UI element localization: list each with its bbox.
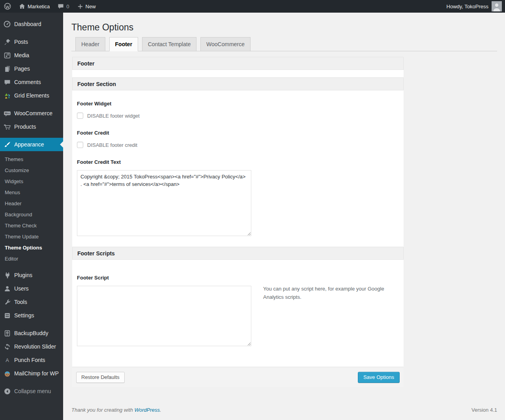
tab-header[interactable]: Header	[75, 37, 105, 51]
panel-title-bar: Footer	[72, 57, 404, 70]
sidebar-item-collapse-menu[interactable]: Collapse menu	[0, 384, 63, 398]
sidebar-item-posts[interactable]: Posts	[0, 35, 63, 49]
submenu-item-theme-update[interactable]: Theme Update	[0, 231, 63, 242]
submenu-item-theme-check[interactable]: Theme Check	[0, 220, 63, 231]
page-footer: Thank you for creating with WordPress. V…	[71, 407, 497, 413]
disable-footer-credit-label: DISABLE footer credit	[87, 142, 137, 148]
media-icon	[3, 51, 11, 59]
thanks-suffix: .	[160, 407, 161, 413]
wordpress-logo-icon	[4, 3, 11, 10]
tab-footer[interactable]: Footer	[109, 37, 138, 51]
submenu-item-theme-options[interactable]: Theme Options	[0, 242, 63, 253]
sidebar-item-tools[interactable]: Tools	[0, 295, 63, 309]
sidebar-item-appearance[interactable]: Appearance	[0, 138, 63, 151]
grid-elements-icon	[3, 92, 11, 99]
save-options-button[interactable]: Save Options	[358, 372, 400, 383]
comments-icon	[3, 78, 11, 86]
appearance-brush-icon	[3, 141, 11, 148]
submenu-item-editor[interactable]: Editor	[0, 253, 63, 264]
sidebar-item-label: WooCommerce	[14, 110, 52, 116]
site-link[interactable]: Marketica	[15, 0, 54, 13]
sidebar-item-backupbuddy[interactable]: BackupBuddy	[0, 326, 63, 340]
sidebar-item-label: Dashboard	[14, 21, 41, 27]
sidebar-item-dashboard[interactable]: Dashboard	[0, 17, 63, 31]
footer-script-row: You can put any script here, for example…	[72, 281, 404, 346]
refresh-arrows-icon	[3, 343, 11, 351]
dashboard-icon	[3, 20, 11, 28]
footer-section-title: Footer Section	[77, 81, 116, 87]
sidebar-item-label: Products	[14, 124, 36, 130]
page-title: Theme Options	[71, 22, 497, 33]
submenu-item-widgets[interactable]: Widgets	[0, 176, 63, 187]
wordpress-link[interactable]: WordPress	[135, 407, 160, 413]
sidebar-item-label: Punch Fonts	[14, 357, 45, 363]
svg-text:A: A	[6, 357, 9, 363]
sidebar-item-punch-fonts[interactable]: A Punch Fonts	[0, 353, 63, 367]
plugin-icon	[3, 271, 11, 279]
new-content-menu[interactable]: New	[73, 0, 100, 13]
panel-action-bar: Restore Defaults Save Options	[72, 367, 404, 387]
submenu-item-header[interactable]: Header	[0, 198, 63, 209]
disable-footer-widget-label: DISABLE footer widget	[87, 113, 140, 119]
sidebar-item-woocommerce[interactable]: Woo WooCommerce	[0, 107, 63, 120]
wordpress-menu[interactable]	[0, 0, 15, 13]
sidebar-item-label: Collapse menu	[14, 388, 51, 394]
sidebar-item-label: Revolution Slider	[14, 343, 56, 350]
tab-woocommerce[interactable]: WooCommerce	[200, 37, 251, 51]
footer-section-bar: Footer Section	[72, 77, 404, 90]
footer-widget-row: DISABLE footer widget	[77, 112, 399, 119]
admin-sidebar: Dashboard Posts Media Pages Comments Gri…	[0, 13, 63, 420]
footer-scripts-body: Footer Script You can put any script her…	[72, 260, 404, 367]
letter-a-icon: A	[3, 356, 11, 364]
sidebar-item-revolution-slider[interactable]: Revolution Slider	[0, 340, 63, 353]
active-menu-arrow	[60, 141, 63, 148]
footer-scripts-title: Footer Scripts	[77, 250, 115, 257]
sidebar-item-plugins[interactable]: Plugins	[0, 268, 63, 282]
sidebar-item-label: Users	[14, 285, 29, 292]
sidebar-item-grid-elements[interactable]: Grid Elements	[0, 89, 63, 102]
collapse-circle-icon	[3, 387, 11, 395]
tab-contact-template[interactable]: Contact Template	[142, 37, 197, 51]
sidebar-item-label: Posts	[14, 39, 28, 45]
submenu-item-background[interactable]: Background	[0, 209, 63, 220]
restore-defaults-button[interactable]: Restore Defaults	[76, 372, 125, 383]
footer-credit-text-label: Footer Credit Text	[72, 159, 404, 165]
woocommerce-icon: Woo	[3, 109, 11, 117]
sidebar-item-label: Comments	[14, 79, 41, 85]
admin-bar: Marketica 0 New Howdy, TokoPress	[0, 0, 505, 13]
footer-script-input[interactable]	[77, 286, 251, 346]
submenu-item-themes[interactable]: Themes	[0, 154, 63, 165]
panel-title: Footer	[77, 60, 95, 67]
plus-icon	[77, 4, 83, 9]
sidebar-item-settings[interactable]: Settings	[0, 309, 63, 322]
comments-shortcut[interactable]: 0	[54, 0, 73, 13]
footer-credit-text-input[interactable]: Copyright &copy; 2015 TokoPress<span><a …	[77, 170, 251, 236]
footer-script-help: You can put any script here, for example…	[263, 285, 385, 302]
sidebar-item-label: Appearance	[14, 141, 44, 148]
sidebar-item-media[interactable]: Media	[0, 49, 63, 62]
appearance-submenu: Themes Customize Widgets Menus Header Ba…	[0, 151, 63, 268]
submenu-item-menus[interactable]: Menus	[0, 187, 63, 198]
submenu-item-customize[interactable]: Customize	[0, 165, 63, 176]
sidebar-item-label: MailChimp for WP	[14, 370, 59, 377]
panel-spacer	[72, 70, 404, 77]
svg-text:Woo: Woo	[5, 112, 10, 114]
main-content: Theme Options Header Footer Contact Temp…	[63, 13, 505, 420]
sidebar-item-label: Pages	[14, 66, 30, 72]
backupbuddy-icon	[3, 329, 11, 337]
sidebar-item-pages[interactable]: Pages	[0, 62, 63, 75]
theme-options-panel: Footer Footer Section Footer Widget DISA…	[72, 57, 404, 387]
comment-count: 0	[66, 4, 69, 9]
sidebar-item-label: Grid Elements	[14, 92, 49, 99]
sidebar-item-products[interactable]: Products	[0, 120, 63, 133]
new-label: New	[86, 4, 96, 9]
account-menu[interactable]: Howdy, TokoPress	[447, 0, 505, 13]
howdy-text: Howdy, TokoPress	[447, 4, 488, 9]
sidebar-item-label: Settings	[14, 312, 34, 319]
sidebar-item-comments[interactable]: Comments	[0, 75, 63, 89]
sidebar-item-users[interactable]: Users	[0, 282, 63, 295]
disable-footer-widget-checkbox[interactable]	[77, 112, 83, 119]
thanks-text: Thank you for creating with WordPress.	[71, 407, 161, 413]
sidebar-item-mailchimp[interactable]: MailChimp for WP	[0, 367, 63, 380]
disable-footer-credit-checkbox[interactable]	[77, 142, 83, 148]
